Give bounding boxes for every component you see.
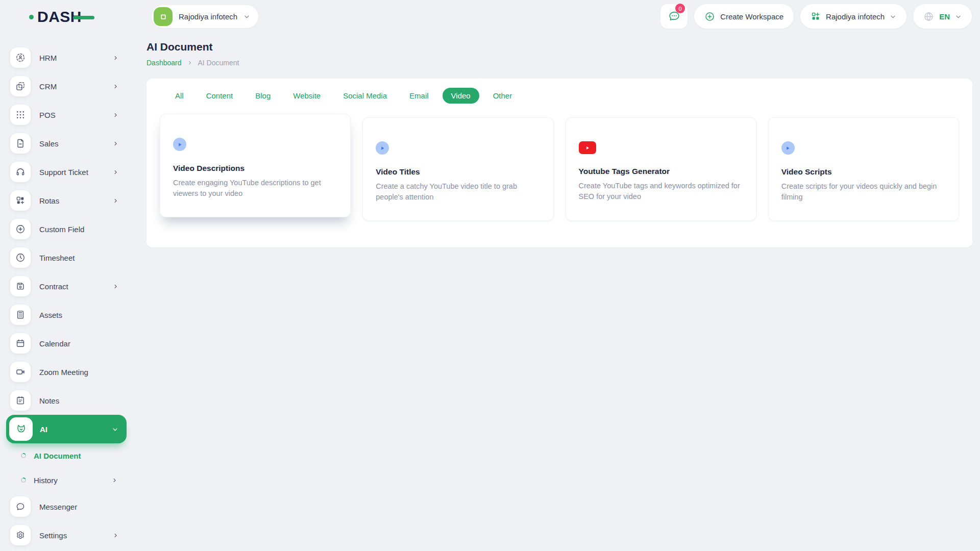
rotas-icon: [10, 190, 31, 211]
globe-icon: [923, 11, 934, 22]
app-logo[interactable]: DASH: [29, 8, 94, 26]
chevron-right-icon: [113, 84, 118, 89]
sidebar-item-support-ticket[interactable]: Support Ticket: [6, 158, 127, 186]
tab-website[interactable]: Website: [284, 88, 329, 104]
pos-icon: [10, 105, 31, 125]
zoom-meeting-icon: [10, 362, 31, 382]
chevron-right-icon: [112, 478, 117, 483]
sidebar-item-label: Calendar: [39, 339, 70, 348]
tab-social-media[interactable]: Social Media: [334, 88, 396, 104]
sidebar-item-assets[interactable]: Assets: [6, 300, 127, 329]
sidebar-item-label: Zoom Meeting: [39, 368, 88, 377]
sidebar: HRMCRMPOSSalesSupport TicketRotasCustom …: [6, 43, 127, 549]
assets-icon: [10, 305, 31, 325]
category-tab-list: AllContentBlogWebsiteSocial MediaEmailVi…: [166, 88, 959, 104]
card-description: Create scripts for your videos quickly a…: [781, 181, 946, 202]
sidebar-item-rotas[interactable]: Rotas: [6, 186, 127, 215]
chevron-down-icon: [890, 13, 896, 20]
create-workspace-button[interactable]: Create Workspace: [694, 4, 794, 29]
plus-circle-icon: [704, 11, 715, 22]
sidebar-item-label: Contract: [39, 282, 68, 291]
sidebar-item-messenger[interactable]: Messenger: [6, 492, 127, 521]
sidebar-item-calendar[interactable]: Calendar: [6, 329, 127, 358]
progress-circle-icon: [20, 453, 27, 459]
ai-fox-icon: [9, 417, 33, 441]
card-title: Video Descriptions: [173, 164, 337, 173]
tab-video[interactable]: Video: [443, 88, 479, 104]
tab-other[interactable]: Other: [484, 88, 521, 104]
header-actions: 0 Create Workspace Rajodiya infotech EN: [660, 4, 972, 29]
messages-button[interactable]: 0: [660, 4, 688, 29]
company-selector[interactable]: Rajodiya infotech: [800, 4, 906, 29]
template-card-video-descriptions[interactable]: Video DescriptionsCreate engaging YouTub…: [160, 114, 350, 217]
chevron-right-icon: [113, 141, 118, 146]
sidebar-item-label: AI: [40, 425, 47, 434]
messenger-icon: [10, 496, 31, 517]
card-description: Create YouTube tags and keywords optimiz…: [579, 181, 743, 202]
card-title: Video Scripts: [781, 167, 946, 177]
sidebar-subitem-ai-document[interactable]: AI Document: [6, 443, 127, 468]
chevron-down-icon: [955, 13, 962, 20]
logo-dot-icon: [29, 15, 34, 19]
sidebar-item-label: Assets: [39, 311, 62, 319]
org-grid-icon: [811, 11, 821, 21]
sidebar-item-sales[interactable]: Sales: [6, 129, 127, 158]
ai-document-panel: AllContentBlogWebsiteSocial MediaEmailVi…: [146, 79, 972, 247]
sidebar-item-pos[interactable]: POS: [6, 101, 127, 129]
sales-icon: [10, 133, 31, 154]
timesheet-icon: [10, 247, 31, 268]
card-description: Create engaging YouTube descriptions to …: [173, 178, 337, 198]
language-selector[interactable]: EN: [913, 4, 972, 29]
template-card-video-scripts[interactable]: Video ScriptsCreate scripts for your vid…: [769, 118, 959, 220]
workspace-selector[interactable]: Rajodiya infotech: [152, 5, 258, 28]
sidebar-item-label: Notes: [39, 396, 59, 405]
sidebar-item-timesheet[interactable]: Timesheet: [6, 243, 127, 272]
chevron-down-icon: [112, 426, 118, 433]
template-card-youtube-tags-generator[interactable]: Youtube Tags GeneratorCreate YouTube tag…: [566, 118, 756, 220]
chevron-right-icon: [113, 533, 118, 538]
sidebar-item-label: Messenger: [39, 503, 77, 511]
card-title: Video Titles: [376, 167, 540, 177]
contract-icon: [10, 276, 31, 296]
settings-icon: [10, 525, 31, 545]
logo-dash-icon: [73, 16, 94, 19]
youtube-play-icon: [579, 141, 596, 154]
chevron-right-icon: [113, 198, 118, 204]
play-circle-icon: [781, 141, 795, 155]
sidebar-item-contract[interactable]: Contract: [6, 272, 127, 300]
breadcrumb: Dashboard AI Document: [146, 59, 972, 67]
sidebar-subitem-history[interactable]: History: [6, 468, 127, 492]
company-name: Rajodiya infotech: [826, 12, 885, 21]
chevron-right-icon: [113, 55, 118, 61]
workspace-name: Rajodiya infotech: [179, 12, 237, 21]
play-circle-icon: [173, 138, 186, 151]
sidebar-item-label: Settings: [39, 531, 67, 540]
support-ticket-icon: [10, 162, 31, 182]
sidebar-item-ai[interactable]: AI: [6, 415, 127, 443]
hrm-icon: [10, 47, 31, 68]
calendar-icon: [10, 333, 31, 354]
sidebar-subitem-label: AI Document: [34, 452, 81, 460]
chevron-right-icon: [113, 112, 118, 118]
breadcrumb-dashboard-link[interactable]: Dashboard: [146, 59, 182, 67]
tab-blog[interactable]: Blog: [247, 88, 279, 104]
tab-email[interactable]: Email: [401, 88, 437, 104]
sidebar-item-notes[interactable]: Notes: [6, 386, 127, 415]
sidebar-item-zoom-meeting[interactable]: Zoom Meeting: [6, 358, 127, 386]
top-header: DASH Rajodiya infotech 0 Create Workspac…: [0, 0, 980, 33]
main-content: AI Document Dashboard AI Document AllCon…: [146, 41, 972, 247]
sidebar-item-settings[interactable]: Settings: [6, 521, 127, 549]
template-card-video-titles[interactable]: Video TitlesCreate a catchy YouTube vide…: [363, 118, 553, 220]
tab-all[interactable]: All: [166, 88, 192, 104]
sidebar-item-crm[interactable]: CRM: [6, 72, 127, 101]
sidebar-item-label: Sales: [39, 139, 59, 148]
chevron-right-icon: [113, 169, 118, 175]
sidebar-item-hrm[interactable]: HRM: [6, 43, 127, 72]
chevron-down-icon: [243, 13, 250, 20]
sidebar-subitem-label: History: [34, 476, 58, 485]
tab-content[interactable]: Content: [198, 88, 242, 104]
chevron-right-icon: [113, 284, 118, 289]
custom-field-icon: [10, 219, 31, 239]
progress-circle-icon: [20, 477, 27, 483]
sidebar-item-custom-field[interactable]: Custom Field: [6, 215, 127, 243]
